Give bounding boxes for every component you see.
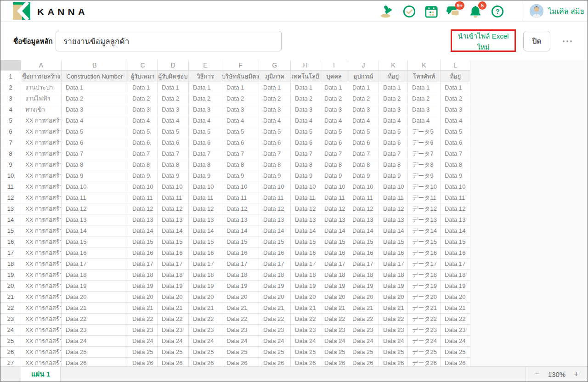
data-cell[interactable]: Data 22 <box>348 314 379 325</box>
data-cell[interactable]: Data 9 <box>158 170 189 181</box>
data-cell[interactable]: Data 11 <box>128 192 158 203</box>
data-cell[interactable]: Data 22 <box>62 314 128 325</box>
data-cell[interactable]: Data 24 <box>320 336 348 347</box>
data-cell[interactable]: Data 11 <box>189 192 222 203</box>
data-cell[interactable]: Data 13 <box>222 214 259 225</box>
data-cell[interactable]: Data 3 <box>291 104 320 115</box>
data-cell[interactable]: XX การก่อสร้าง <box>21 303 62 314</box>
data-cell[interactable]: Data 17 <box>291 258 320 270</box>
data-cell[interactable]: Data 12 <box>441 203 470 214</box>
data-cell[interactable]: Data 17 <box>189 258 222 270</box>
data-cell[interactable]: Data 5 <box>128 126 158 137</box>
data-cell[interactable]: データ11 <box>408 192 441 203</box>
data-cell[interactable]: Data 5 <box>379 126 408 137</box>
data-cell[interactable]: Data 26 <box>222 358 259 367</box>
data-cell[interactable]: Data 15 <box>259 236 291 247</box>
header-cell[interactable]: บริษัทพันธมิตร <box>222 71 259 82</box>
data-cell[interactable]: Data 25 <box>348 347 379 358</box>
stamp-icon[interactable] <box>380 4 394 18</box>
row-number[interactable]: 18 <box>0 258 21 270</box>
data-cell[interactable]: XX การก่อสร้าง <box>21 325 62 336</box>
data-cell[interactable]: Data 24 <box>291 336 320 347</box>
data-cell[interactable]: Data 2 <box>291 93 320 104</box>
data-cell[interactable]: XX การก่อสร้าง <box>21 225 62 236</box>
data-cell[interactable]: Data 13 <box>62 214 128 225</box>
data-cell[interactable]: Data 8 <box>379 159 408 170</box>
data-cell[interactable]: Data 10 <box>441 181 470 192</box>
column-letter-header[interactable]: L <box>441 60 470 71</box>
data-cell[interactable]: Data 22 <box>379 314 408 325</box>
row-number[interactable]: 5 <box>0 115 21 126</box>
row-number[interactable]: 23 <box>0 314 21 325</box>
data-cell[interactable]: Data 7 <box>441 148 470 159</box>
data-cell[interactable]: Data 4 <box>259 115 291 126</box>
data-cell[interactable]: Data 2 <box>379 93 408 104</box>
data-cell[interactable]: Data 11 <box>158 192 189 203</box>
data-cell[interactable]: Data 18 <box>128 270 158 281</box>
data-cell[interactable]: Data 23 <box>348 325 379 336</box>
data-cell[interactable]: Data 15 <box>441 236 470 247</box>
data-cell[interactable]: Data 17 <box>128 258 158 270</box>
row-number[interactable]: 25 <box>0 336 21 347</box>
data-cell[interactable]: Data 12 <box>259 203 291 214</box>
data-cell[interactable]: XX การก่อสร้าง <box>21 148 62 159</box>
data-cell[interactable]: Data 7 <box>222 148 259 159</box>
data-cell[interactable]: Data 21 <box>320 303 348 314</box>
data-cell[interactable]: Data 5 <box>259 126 291 137</box>
data-cell[interactable]: Data 11 <box>62 192 128 203</box>
data-cell[interactable]: Data 10 <box>320 181 348 192</box>
data-cell[interactable]: データ6 <box>408 137 441 148</box>
data-cell[interactable]: Data 16 <box>348 247 379 258</box>
data-cell[interactable]: Data 1 <box>158 82 189 93</box>
data-cell[interactable]: Data 13 <box>158 214 189 225</box>
row-number[interactable]: 20 <box>0 281 21 292</box>
data-cell[interactable]: XX การก่อสร้าง <box>21 115 62 126</box>
approval-check-icon[interactable] <box>402 4 416 18</box>
data-cell[interactable]: Data 20 <box>441 292 470 303</box>
data-cell[interactable]: Data 26 <box>158 358 189 367</box>
data-cell[interactable]: データ10 <box>408 181 441 192</box>
data-cell[interactable]: Data 3 <box>158 104 189 115</box>
data-cell[interactable]: Data 24 <box>379 336 408 347</box>
data-cell[interactable]: XX การก่อสร้าง <box>21 270 62 281</box>
data-cell[interactable]: XX การก่อสร้าง <box>21 258 62 270</box>
data-cell[interactable]: Data 6 <box>222 137 259 148</box>
data-cell[interactable]: Data 20 <box>291 292 320 303</box>
data-cell[interactable]: Data 18 <box>291 270 320 281</box>
data-cell[interactable]: Data 14 <box>189 225 222 236</box>
row-number[interactable]: 11 <box>0 181 21 192</box>
data-cell[interactable]: Data 11 <box>259 192 291 203</box>
data-cell[interactable]: Data 5 <box>62 126 128 137</box>
data-cell[interactable]: Data 7 <box>189 148 222 159</box>
data-cell[interactable]: Data 18 <box>379 270 408 281</box>
data-cell[interactable]: Data 23 <box>189 325 222 336</box>
data-cell[interactable]: Data 18 <box>158 270 189 281</box>
data-cell[interactable]: Data 15 <box>62 236 128 247</box>
data-cell[interactable]: Data 3 <box>408 104 441 115</box>
row-number[interactable]: 15 <box>0 225 21 236</box>
data-cell[interactable]: Data 22 <box>222 314 259 325</box>
data-cell[interactable]: Data 21 <box>291 303 320 314</box>
data-cell[interactable]: Data 20 <box>222 292 259 303</box>
data-cell[interactable]: Data 26 <box>441 358 470 367</box>
data-cell[interactable]: Data 23 <box>128 325 158 336</box>
data-cell[interactable]: データ21 <box>408 303 441 314</box>
data-cell[interactable]: Data 15 <box>158 236 189 247</box>
data-cell[interactable]: Data 10 <box>259 181 291 192</box>
data-cell[interactable]: Data 13 <box>320 214 348 225</box>
data-cell[interactable]: Data 5 <box>222 126 259 137</box>
data-cell[interactable]: XX การก่อสร้าง <box>21 214 62 225</box>
data-cell[interactable]: Data 22 <box>259 314 291 325</box>
data-cell[interactable]: Data 9 <box>348 170 379 181</box>
header-cell[interactable]: ผู้รับเหมา <box>128 71 158 82</box>
data-cell[interactable]: Data 21 <box>158 303 189 314</box>
data-cell[interactable]: Data 1 <box>222 82 259 93</box>
data-cell[interactable]: Data 25 <box>259 347 291 358</box>
zoom-in-button[interactable]: + <box>572 370 580 379</box>
data-cell[interactable]: Data 14 <box>320 225 348 236</box>
row-number[interactable]: 17 <box>0 247 21 258</box>
user-profile[interactable]: ไมเคิล สมิธ <box>530 4 584 18</box>
data-cell[interactable]: データ22 <box>408 314 441 325</box>
data-cell[interactable]: データ23 <box>408 325 441 336</box>
column-letter-header[interactable]: K <box>408 60 441 71</box>
